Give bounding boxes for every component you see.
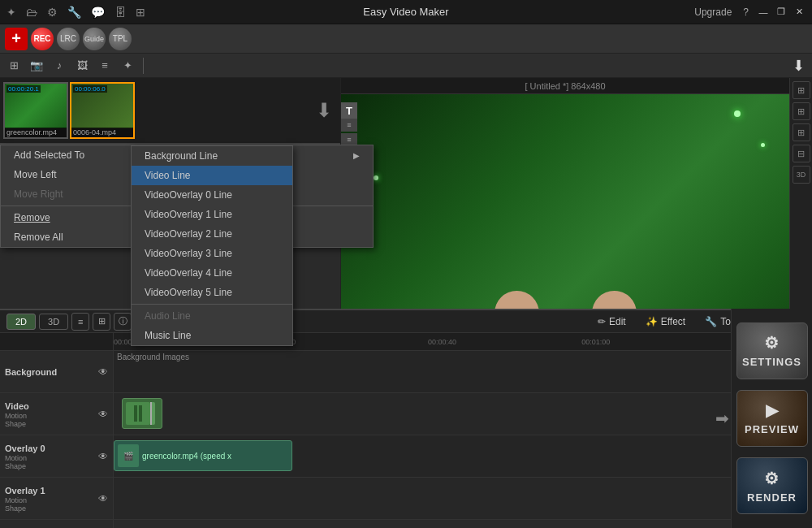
ctx-sub-background-line[interactable]: Background Line	[132, 146, 292, 166]
ctx-sub-overlay1-line[interactable]: VideoOverlay 1 Line	[132, 205, 292, 224]
text-tool-icon[interactable]: T	[341, 102, 357, 119]
db-icon[interactable]: 🗄	[114, 6, 126, 19]
preview-play-icon: ▶	[766, 400, 779, 420]
thumb-label-1: 0006-04.mp4	[71, 128, 133, 137]
tab-effect[interactable]: ✨ Effect	[637, 314, 693, 330]
tab-icon-grid[interactable]: ⊞	[93, 313, 110, 331]
ruler-3: 00:01:00	[581, 338, 610, 346]
track-sub-overlay1: Motion	[5, 496, 45, 504]
tab-icon-info[interactable]: ⓘ	[114, 313, 132, 331]
ctx-sub-overlay3-line[interactable]: VideoOverlay 3 Line	[132, 244, 292, 263]
download-icon[interactable]: ⬇	[789, 57, 807, 75]
clip-handle	[150, 402, 155, 425]
help-button[interactable]: ?	[743, 6, 749, 18]
sidebar-icon-1[interactable]: ⊞	[793, 102, 810, 120]
track-name-overlay0: Overlay 0	[5, 444, 45, 453]
tab-icon-list[interactable]: ≡	[71, 313, 89, 331]
chat-icon[interactable]: 💬	[91, 6, 105, 19]
thumb-time-0: 00:00:20.1	[6, 85, 41, 93]
maximize-button[interactable]: ❒	[775, 6, 788, 19]
settings-button[interactable]: ⚙ Settings	[736, 322, 808, 379]
track-sub-overlay0: Motion	[5, 454, 45, 462]
star-icon[interactable]: ✦	[119, 57, 136, 75]
align-left-icon[interactable]: ≡	[341, 119, 357, 132]
camera-icon[interactable]: 📷	[28, 57, 45, 75]
ctx-sub-overlay5-line[interactable]: VideoOverlay 5 Line	[132, 283, 292, 302]
track-label-overlay0: Overlay 0 Motion Shape 👁	[0, 435, 113, 478]
tab-2d[interactable]: 2D	[6, 314, 36, 330]
ctx-sub-overlay0-line[interactable]: VideoOverlay 0 Line	[132, 185, 292, 205]
thumbnail-0[interactable]: 00:00:20.1 greencolor.mp4	[3, 82, 68, 139]
thumbnail-1[interactable]: 00:00:06.0 0006-04.mp4	[70, 82, 135, 139]
tpl-button[interactable]: TPL	[109, 28, 132, 50]
ctx-sub-music-line[interactable]: Music Line	[132, 326, 292, 345]
sidebar-icon-3d[interactable]: 3D	[793, 166, 810, 184]
sidebar-icon-3[interactable]: ⊟	[793, 145, 810, 162]
settings-icon[interactable]: ⚙	[47, 6, 58, 19]
ctx-add-selected-row: Add Selected To Background Line Video Li…	[1, 145, 373, 165]
add-button[interactable]: +	[5, 28, 28, 50]
preview-button[interactable]: ▶ Preview	[736, 390, 808, 447]
rec-button[interactable]: REC	[31, 28, 54, 50]
ctx-sub-overlay4-line[interactable]: VideoOverlay 4 Line	[132, 263, 292, 283]
track-eye-background[interactable]: 👁	[98, 366, 108, 378]
titlebar-controls: Upgrade ? — ❒ ✕	[694, 6, 806, 19]
settings-gear-icon: ⚙	[764, 333, 780, 353]
track-eye-overlay1[interactable]: 👁	[98, 493, 108, 504]
guide-button[interactable]: Guide	[83, 28, 106, 50]
main-toolbar: + REC LRC Guide TPL	[0, 24, 812, 54]
clip-thumb	[126, 402, 150, 425]
secondary-toolbar: ⊞ 📷 ♪ 🖼 ≡ ✦ ⬇	[0, 54, 812, 78]
track-row-background: Background Images	[114, 351, 812, 393]
ctx-sub-video-line[interactable]: Video Line	[132, 166, 292, 185]
track-label-video: Video Motion Shape 👁	[0, 393, 113, 435]
wrench-icon: 🔧	[705, 316, 717, 327]
track-label-background: Background 👁	[0, 351, 113, 393]
mode-tabs: 2D 3D ≡ ⊞ ⓘ ▶ ○ ✏ Edit ✨ Effect 🔧 Tools …	[0, 310, 812, 333]
tab-edit[interactable]: ✏ Edit	[590, 314, 634, 330]
track-labels-col: Background 👁 Video Motion Shape 👁	[0, 351, 114, 528]
preview-header: [ Untitled *] 864x480	[341, 78, 789, 94]
view-icon[interactable]: ⊞	[5, 57, 23, 75]
monitor-icon[interactable]: ⊞	[136, 6, 145, 19]
ctx-separator	[132, 304, 292, 305]
tools-icon[interactable]: 🔧	[67, 6, 81, 19]
toolbar-divider	[143, 58, 144, 74]
file-icon[interactable]: 🗁	[26, 6, 37, 19]
lrc-button[interactable]: LRC	[57, 28, 80, 50]
titlebar-left: ✦ 🗁 ⚙ 🔧 💬 🗄 ⊞	[6, 6, 145, 19]
track-name-background: Background	[5, 367, 57, 377]
track-label-overlay1: Overlay 1 Motion Shape 👁	[0, 478, 113, 520]
ruler-2: 00:00:40	[428, 338, 456, 346]
tab-3d[interactable]: 3D	[39, 314, 68, 330]
track-labels-header	[0, 333, 114, 350]
arrow-indicator: ➡	[715, 409, 729, 428]
track-eye-video[interactable]: 👁	[98, 409, 108, 420]
download-arrow[interactable]: ⬇	[316, 99, 332, 122]
sidebar-icon-2[interactable]: ⊞	[793, 123, 810, 141]
effect-icon: ✨	[646, 316, 658, 327]
render-button[interactable]: ⚙ Render	[736, 457, 808, 514]
clip-label: greencolor.mp4 (speed x	[142, 452, 231, 461]
minimize-button[interactable]: —	[757, 6, 770, 19]
track-clip-video[interactable]	[122, 398, 162, 429]
sparkle-2	[761, 143, 765, 147]
upgrade-button[interactable]: Upgrade	[694, 6, 732, 18]
track-row-video	[114, 393, 812, 435]
music-icon[interactable]: ♪	[50, 57, 68, 75]
list-icon[interactable]: ≡	[96, 57, 114, 75]
track-eye-overlay0[interactable]: 👁	[98, 451, 108, 462]
render-icon: ⚙	[764, 469, 780, 488]
ctx-sub-overlay2-line[interactable]: VideoOverlay 2 Line	[132, 224, 292, 244]
track-clip-overlay0[interactable]: 🎬 greencolor.mp4 (speed x	[114, 440, 292, 471]
track-sub-video: Motion	[5, 412, 29, 420]
image-icon[interactable]: 🖼	[73, 57, 91, 75]
thumbnail-strip: 00:00:20.1 greencolor.mp4 00:00:06.0 000…	[0, 78, 340, 145]
sidebar-icon-0[interactable]: ⊞	[793, 81, 810, 99]
thumb-label-0: greencolor.mp4	[5, 128, 67, 137]
track-name-overlay1: Overlay 1	[5, 486, 45, 496]
sparkle-3	[374, 175, 378, 180]
close-button[interactable]: ✕	[793, 6, 806, 19]
timeline-body: Background 👁 Video Motion Shape 👁	[0, 351, 812, 528]
track-name-video: Video	[5, 401, 29, 411]
